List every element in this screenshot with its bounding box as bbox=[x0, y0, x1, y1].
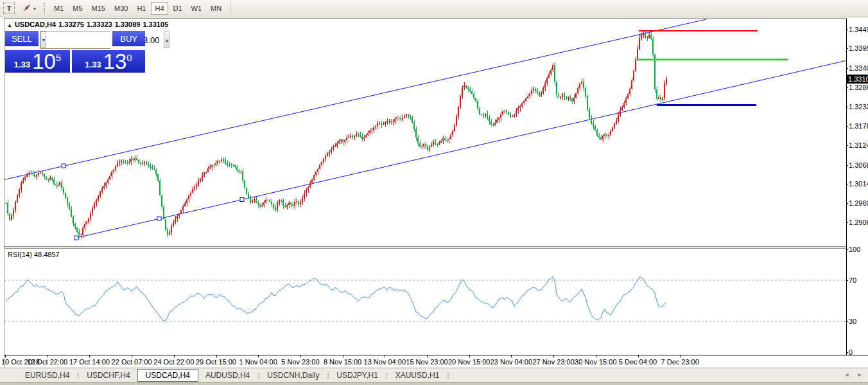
time-axis-tick bbox=[300, 355, 301, 357]
chart-tabs: EURUSD,H4|USDCHF,H4USDCAD,H4AUDUSD,H4|US… bbox=[18, 369, 449, 382]
tab-usdcnh-daily[interactable]: USDCNH,Daily bbox=[260, 369, 326, 382]
price-axis[interactable]: 1.33105 1.344951.339551.334001.328601.32… bbox=[847, 18, 868, 368]
current-price-tag: 1.33105 bbox=[847, 75, 868, 84]
one-click-trading-widget: SELL ▼ ▲ BUY 1.33 10 5 bbox=[5, 31, 145, 73]
arrows-tool-button[interactable]: ▾ bbox=[21, 2, 37, 15]
tab-xauusd-h1[interactable]: XAUUSD,H1 bbox=[388, 369, 447, 382]
price-axis-tick bbox=[846, 68, 848, 69]
buy-button-label: BUY bbox=[120, 34, 137, 44]
price-axis-label: 1.31780 bbox=[849, 122, 868, 130]
time-axis-tick bbox=[89, 355, 90, 357]
time-axis-tick bbox=[132, 355, 132, 357]
timeframe-button-m5[interactable]: M5 bbox=[69, 2, 86, 15]
time-axis-tick bbox=[174, 355, 175, 357]
price-axis-tick bbox=[846, 165, 848, 166]
sell-price-big: 10 bbox=[32, 52, 56, 71]
time-axis-tick bbox=[469, 355, 470, 357]
timeframe-button-h1[interactable]: H1 bbox=[133, 2, 150, 15]
rsi-axis-label: 30 bbox=[849, 318, 868, 326]
time-axis-tick bbox=[216, 355, 217, 357]
tab-usdjpy-h1[interactable]: USDJPY,H1 bbox=[329, 369, 385, 382]
buy-price-sup: 0 bbox=[126, 52, 132, 63]
price-axis-label: 1.29065 bbox=[849, 219, 868, 227]
status-strip bbox=[0, 382, 868, 385]
timeframe-button-m30[interactable]: M30 bbox=[110, 2, 132, 15]
price-axis-tick bbox=[846, 184, 848, 184]
price-axis-label: 1.31240 bbox=[849, 141, 868, 150]
price-axis-tick bbox=[846, 203, 848, 204]
price-axis-label: 1.32320 bbox=[849, 103, 868, 111]
text-tool-button[interactable]: T bbox=[3, 3, 15, 14]
price-axis-tick bbox=[846, 30, 848, 30]
price-axis-tick bbox=[846, 107, 848, 107]
volume-stepper: ▼ ▲ bbox=[40, 31, 110, 49]
price-axis-label: 1.30685 bbox=[849, 161, 868, 170]
time-axis-tick bbox=[385, 355, 385, 357]
price-axis-label: 1.34495 bbox=[849, 26, 868, 34]
time-axis-tick bbox=[427, 355, 428, 357]
ohlc-low: 1.33089 bbox=[115, 21, 141, 28]
time-axis-tick bbox=[596, 355, 596, 357]
arrow-right-icon: ► bbox=[857, 372, 863, 378]
price-axis-tick bbox=[846, 222, 848, 223]
time-axis-tick bbox=[258, 355, 259, 357]
rsi-axis-label: 70 bbox=[849, 276, 868, 285]
triangle-up-icon: ▲ bbox=[164, 38, 169, 42]
volume-input[interactable] bbox=[46, 31, 164, 48]
text-tool-label: T bbox=[7, 4, 12, 12]
sell-price-display[interactable]: 1.33 10 5 bbox=[5, 50, 70, 73]
sell-button-label: SELL bbox=[12, 34, 32, 44]
timeframe-button-w1[interactable]: W1 bbox=[187, 2, 206, 15]
timeframe-button-h4[interactable]: H4 bbox=[151, 2, 168, 15]
tab-separator: | bbox=[447, 372, 449, 379]
time-axis[interactable]: 10 Oct 201812 Oct 22:0017 Oct 14:0022 Oc… bbox=[4, 355, 868, 368]
chart-tab-bar: EURUSD,H4|USDCHF,H4USDCAD,H4AUDUSD,H4|US… bbox=[0, 368, 868, 382]
sell-price-prefix: 1.33 bbox=[14, 60, 30, 69]
time-axis-tick bbox=[343, 355, 343, 357]
price-axis-label: 1.30145 bbox=[849, 180, 868, 188]
tab-separator: | bbox=[77, 372, 79, 379]
mt4-terminal: T ▾ M1M5M15M30H1H4D1W1MN ▲USDCAD,H41.332… bbox=[0, 0, 868, 385]
tab-eurusd-h4[interactable]: EURUSD,H4 bbox=[18, 369, 76, 382]
triangle-down-icon: ▼ bbox=[41, 38, 46, 42]
toolbar-grip[interactable] bbox=[44, 3, 45, 14]
arrow-left-icon: ◄ bbox=[844, 372, 850, 378]
rsi-axis-tick bbox=[846, 321, 848, 322]
tab-usdcad-h4[interactable]: USDCAD,H4 bbox=[137, 369, 198, 382]
buy-price-display[interactable]: 1.33 13 0 bbox=[72, 50, 145, 73]
sell-button[interactable]: SELL bbox=[5, 31, 39, 48]
tab-audusd-h4[interactable]: AUDUSD,H4 bbox=[198, 369, 257, 382]
time-axis-label: 7 Dec 23:00 bbox=[651, 358, 709, 366]
price-axis-label: 1.33400 bbox=[849, 64, 868, 73]
sell-price-sup: 5 bbox=[56, 52, 61, 63]
price-axis-tick bbox=[846, 48, 848, 49]
price-axis-label: 1.33955 bbox=[849, 44, 868, 53]
arrows-icon bbox=[22, 3, 32, 14]
ohlc-open: 1.33275 bbox=[58, 21, 84, 28]
time-axis-tick bbox=[553, 355, 554, 357]
volume-decrease-button[interactable]: ▼ bbox=[40, 31, 46, 48]
tab-separator: | bbox=[386, 372, 388, 379]
time-axis-tick bbox=[5, 355, 6, 357]
tab-separator: | bbox=[327, 372, 329, 379]
timeframe-button-mn[interactable]: MN bbox=[207, 2, 225, 15]
buy-button[interactable]: BUY bbox=[112, 31, 145, 48]
ohlc-high: 1.33323 bbox=[87, 21, 112, 28]
chart-title: ▲USDCAD,H41.332751.333231.330891.33105 bbox=[7, 21, 171, 28]
timeframe-button-m15[interactable]: M15 bbox=[88, 2, 109, 15]
timeframe-button-m1[interactable]: M1 bbox=[50, 2, 67, 15]
tab-usdchf-h4[interactable]: USDCHF,H4 bbox=[80, 369, 137, 382]
collapse-arrow-icon[interactable]: ▲ bbox=[7, 22, 12, 28]
chevron-down-icon: ▾ bbox=[33, 6, 36, 12]
rsi-axis-tick bbox=[846, 280, 848, 281]
volume-increase-button[interactable]: ▲ bbox=[164, 31, 169, 48]
timeframe-button-d1[interactable]: D1 bbox=[169, 2, 186, 15]
tab-scroll-right-button[interactable]: ► bbox=[855, 371, 864, 379]
rsi-axis-tick bbox=[846, 249, 848, 250]
ohlc-close: 1.33105 bbox=[143, 21, 168, 28]
rsi-axis-tick bbox=[846, 352, 848, 353]
symbol-label: USDCAD,H4 bbox=[15, 21, 56, 28]
buy-price-big: 13 bbox=[103, 52, 127, 71]
toolbar: T ▾ M1M5M15M30H1H4D1W1MN bbox=[0, 0, 868, 17]
tab-scroll-left-button[interactable]: ◄ bbox=[842, 371, 851, 379]
